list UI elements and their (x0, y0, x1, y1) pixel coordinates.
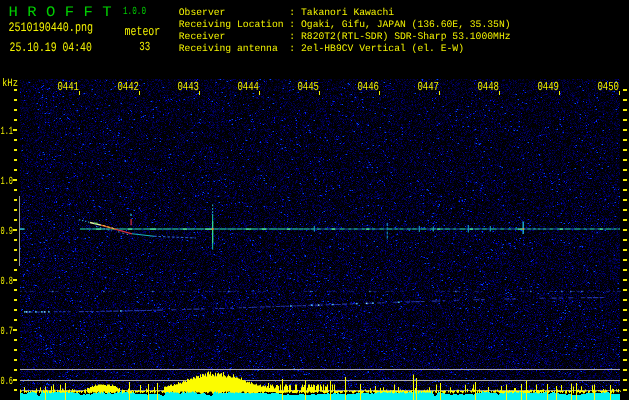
svg-text:2510190440.png: 2510190440.png (9, 20, 94, 35)
svg-text:1.1: 1.1 (1, 126, 14, 138)
svg-text:H R O F F T: H R O F F T (9, 5, 112, 21)
svg-text:0.7: 0.7 (1, 326, 14, 338)
svg-text:0447: 0447 (418, 80, 440, 94)
svg-text:0448: 0448 (478, 80, 500, 94)
svg-text:0450: 0450 (598, 80, 620, 94)
svg-text:33: 33 (139, 40, 150, 54)
svg-text:0441: 0441 (58, 80, 80, 94)
svg-text:Receiver : R820T2(RT: Receiver : R820T2(RTL-SDR) SDR-Sharp 53.… (179, 31, 511, 43)
svg-text:0443: 0443 (178, 80, 200, 94)
svg-text:0.9: 0.9 (1, 226, 14, 238)
svg-text:1.0.0: 1.0.0 (123, 6, 146, 18)
svg-text:Receiving antenna : 2el-HB9CV: Receiving antenna : 2el-HB9CV Vertical (… (179, 43, 464, 55)
svg-text:0.6: 0.6 (1, 376, 14, 388)
svg-text:25.10.19 04:40: 25.10.19 04:40 (10, 40, 92, 55)
svg-text:kHz: kHz (2, 78, 18, 90)
svg-text:0449: 0449 (538, 80, 560, 94)
svg-text:Observer : Takanori: Observer : Takanori Kawachi (179, 7, 394, 19)
svg-text:0444: 0444 (238, 80, 260, 94)
svg-text:Receiving Location : Ogaki, Gi: Receiving Location : Ogaki, Gifu, JAPAN … (179, 19, 511, 31)
svg-text:0446: 0446 (358, 80, 380, 94)
svg-text:0442: 0442 (118, 80, 140, 94)
svg-text:0445: 0445 (298, 80, 320, 94)
svg-text:meteor: meteor (125, 24, 161, 39)
svg-text:1.0: 1.0 (1, 176, 14, 188)
svg-text:0.8: 0.8 (1, 276, 14, 288)
